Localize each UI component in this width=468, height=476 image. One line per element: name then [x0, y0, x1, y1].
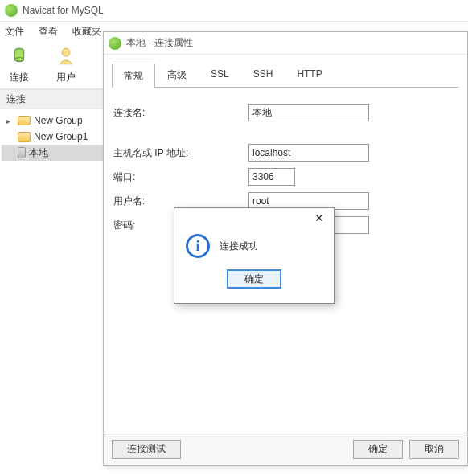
- label-port: 端口:: [112, 170, 248, 184]
- cancel-button[interactable]: 取消: [409, 440, 459, 459]
- connect-icon: [8, 45, 31, 68]
- label-user: 用户名:: [112, 195, 248, 208]
- folder-icon: [18, 132, 31, 142]
- toolbar-connect[interactable]: 连接: [8, 45, 31, 84]
- tree-item-label: New Group: [34, 115, 83, 126]
- svg-point-2: [62, 48, 70, 56]
- titlebar: Navicat for MySQL: [0, 0, 468, 22]
- tab-ssl[interactable]: SSL: [199, 63, 241, 87]
- menu-favorites[interactable]: 收藏夹: [72, 25, 101, 39]
- dialog-titlebar: 本地 - 连接属性: [104, 32, 467, 55]
- tree-item-label: 本地: [29, 146, 48, 160]
- tab-http[interactable]: HTTP: [285, 63, 334, 87]
- menu-view[interactable]: 查看: [39, 25, 58, 39]
- menu-file[interactable]: 文件: [5, 25, 24, 39]
- message-box-titlebar: ✕: [174, 208, 334, 228]
- folder-icon: [18, 116, 31, 125]
- window-title: Navicat for MySQL: [23, 5, 104, 16]
- toolbar-user[interactable]: 用户: [55, 45, 77, 84]
- tree-item-label: New Group1: [34, 131, 88, 142]
- message-text: 连接成功: [220, 240, 258, 253]
- toolbar-user-label: 用户: [56, 71, 76, 84]
- close-icon[interactable]: ✕: [311, 211, 327, 224]
- dialog-tabs: 常规 高级 SSL SSH HTTP: [104, 55, 467, 87]
- app-logo-icon: [5, 4, 18, 17]
- message-box: ✕ i 连接成功 确定: [174, 207, 335, 304]
- toolbar-connect-label: 连接: [10, 71, 29, 84]
- message-ok-button[interactable]: 确定: [227, 269, 281, 289]
- tab-ssh[interactable]: SSH: [241, 63, 285, 87]
- connection-name-field[interactable]: [248, 104, 369, 121]
- label-host: 主机名或 IP 地址:: [112, 146, 248, 160]
- chevron-right-icon[interactable]: ▸: [6, 117, 14, 125]
- user-icon: [55, 45, 77, 68]
- tab-general[interactable]: 常规: [112, 64, 155, 88]
- test-connection-button[interactable]: 连接测试: [112, 440, 181, 459]
- database-icon: [18, 147, 26, 158]
- info-icon: i: [186, 234, 210, 258]
- dialog-icon: [109, 37, 121, 50]
- port-field[interactable]: [248, 168, 295, 186]
- host-field[interactable]: [248, 144, 369, 162]
- dialog-title: 本地 - 连接属性: [126, 36, 193, 50]
- ok-button[interactable]: 确定: [353, 440, 403, 459]
- dialog-footer: 连接测试 确定 取消: [104, 433, 467, 465]
- label-connection-name: 连接名:: [112, 106, 248, 120]
- tab-advanced[interactable]: 高级: [155, 63, 199, 87]
